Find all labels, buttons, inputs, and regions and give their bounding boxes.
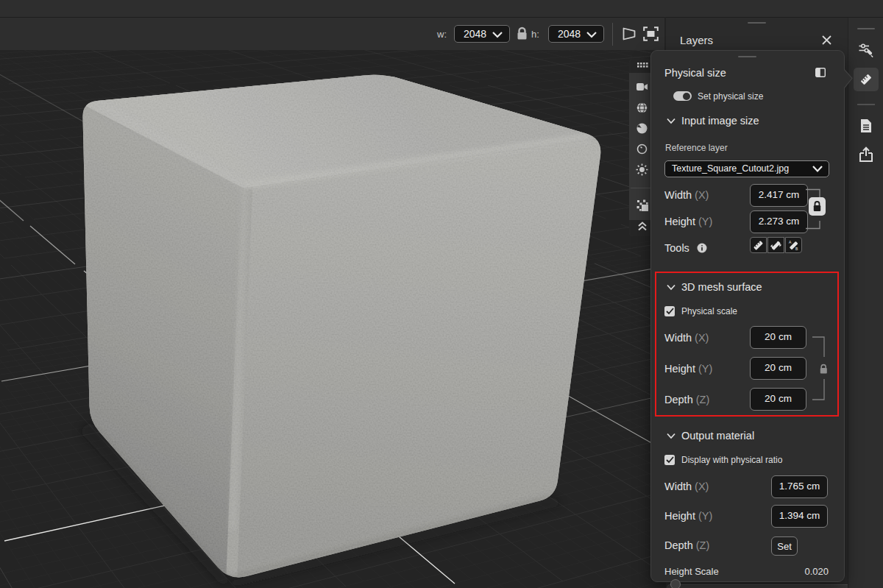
svg-text:A: A bbox=[789, 240, 792, 244]
svg-text:B: B bbox=[795, 247, 798, 251]
